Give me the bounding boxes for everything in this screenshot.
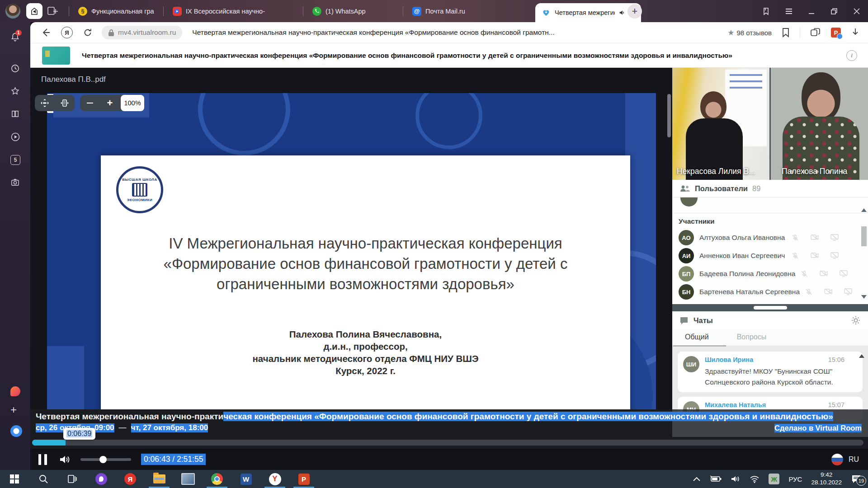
rail-add-icon[interactable]: + xyxy=(10,405,17,414)
task-view-icon[interactable] xyxy=(58,470,87,488)
taskbar-word-icon[interactable]: W xyxy=(231,470,260,488)
message-author[interactable]: Михалева Наталья xyxy=(705,401,766,408)
taskbar-this-pc-icon[interactable] xyxy=(174,470,203,488)
screen: § Функциональная грамотн IX Всероссийска… xyxy=(0,0,868,488)
player-language[interactable]: RU xyxy=(831,454,868,465)
taskbar-chrome-icon[interactable] xyxy=(203,470,231,488)
restore-icon[interactable] xyxy=(829,6,839,16)
tray-expand-chevron-icon[interactable] xyxy=(693,476,701,482)
chat-tab-general[interactable]: Общий xyxy=(673,329,726,347)
history-clock-icon[interactable] xyxy=(10,64,20,73)
room-content: Палехова П.В..pdf ВЫСШАЯ ШКОЛА ЭКОНОМИКИ… xyxy=(30,68,868,470)
tab-favicon-rutube xyxy=(173,7,182,16)
scrollbar-thumb[interactable] xyxy=(861,226,867,246)
start-button[interactable] xyxy=(0,470,29,488)
reload-button[interactable] xyxy=(83,28,93,38)
user-row[interactable]: БП Бадеева Полина Леонидовна xyxy=(679,265,850,282)
taskbar-file-explorer-icon[interactable] xyxy=(145,470,174,488)
session-info-overlay: Четвертая межрегиональная научно-практич… xyxy=(30,409,868,437)
alice-assistant-icon[interactable] xyxy=(10,425,22,437)
drweb-antivirus-icon[interactable]: Ж xyxy=(769,474,779,484)
chat-settings-gear-icon[interactable] xyxy=(851,315,861,325)
chat-scroll-up-arrow[interactable] xyxy=(859,354,864,358)
volume-slider[interactable] xyxy=(80,458,131,461)
chat-tab-questions[interactable]: Вопросы xyxy=(726,329,778,346)
tab-separator xyxy=(163,6,164,16)
taskbar-yandex-browser-icon[interactable]: Y xyxy=(260,470,289,488)
browser-toolbar: Я mv4.virtualroom.ru Четвертая межрегион… xyxy=(30,22,868,43)
widget-five[interactable]: 5 xyxy=(10,155,20,165)
seek-bar[interactable] xyxy=(32,440,863,446)
reviews-rating[interactable]: ★ 98 отзывов xyxy=(727,28,772,38)
yandex-search-button[interactable]: Я xyxy=(61,27,73,38)
avatar xyxy=(680,197,698,206)
screen-off-icon xyxy=(830,252,839,259)
info-icon[interactable]: i xyxy=(846,50,857,61)
screenshot-camera-icon[interactable] xyxy=(10,178,20,187)
url-text: mv4.virtualroom.ru xyxy=(118,28,176,37)
downloads-icon[interactable] xyxy=(851,28,860,38)
pdf-page-background: ВЫСШАЯ ШКОЛА ЭКОНОМИКИ IV Межрегиональна… xyxy=(47,93,656,409)
chat-message[interactable]: ШИ Шилова Ирина 15:06 Здравствуйте! МКОУ… xyxy=(678,352,863,392)
new-tab-group-button[interactable] xyxy=(47,5,59,16)
user-row[interactable]: АИ Анненков Иван Сергеевич xyxy=(679,247,850,264)
video-feed-palekhova[interactable]: Палехова Полина xyxy=(771,68,868,180)
tab-functional-literacy[interactable]: § Функциональная грамотн xyxy=(72,0,160,22)
close-window-icon[interactable] xyxy=(852,6,862,16)
wifi-icon[interactable] xyxy=(750,475,760,483)
action-center-icon[interactable]: 19 xyxy=(851,474,862,484)
audio-tab-indicator[interactable] xyxy=(26,3,42,19)
sidebar-panels-icon[interactable] xyxy=(761,6,771,16)
back-button[interactable] xyxy=(40,27,51,38)
scroll-down-arrow[interactable] xyxy=(861,295,867,299)
minimize-icon[interactable] xyxy=(807,6,816,16)
resizer-handle[interactable] xyxy=(754,306,787,310)
menu-icon[interactable] xyxy=(784,6,794,16)
bookmark-flag-icon[interactable] xyxy=(782,28,790,38)
user-row[interactable]: БН Бартенева Наталья Сергеевна xyxy=(679,283,850,300)
presentation-extension-icon[interactable]: P xyxy=(831,28,841,38)
pan-tool-button[interactable] xyxy=(35,95,55,111)
tab-mailru[interactable]: @ Почта Mail.ru xyxy=(406,0,535,22)
user-row[interactable]: АО Алтухова Ольга Ивановна xyxy=(679,229,850,246)
profile-avatar[interactable] xyxy=(5,4,20,19)
session-title: Четвертая межрегиональная научно-практич… xyxy=(36,412,862,422)
taskbar-yandex-start-icon[interactable]: Я xyxy=(116,470,145,488)
camera-off-icon xyxy=(824,288,832,295)
video-feed-nekrasova[interactable]: Некрасова Лилия В... xyxy=(672,68,769,180)
chat-icon xyxy=(679,316,689,325)
video-play-icon[interactable] xyxy=(10,132,20,142)
pdf-scrollbar-thumb[interactable] xyxy=(667,94,671,137)
users-scrollbar[interactable] xyxy=(861,197,867,304)
tab-audio-icon[interactable] xyxy=(619,9,625,16)
zoom-level[interactable]: 100% xyxy=(121,95,144,111)
tray-volume-icon[interactable] xyxy=(731,475,741,483)
tab-whatsapp[interactable]: (1) WhatsApp xyxy=(306,0,400,22)
fit-width-button[interactable] xyxy=(55,95,75,111)
hse-logo: ВЫСШАЯ ШКОЛА ЭКОНОМИКИ xyxy=(116,166,163,213)
taskbar-clock[interactable]: 9:42 28.10.2022 xyxy=(811,471,842,487)
reader-book-icon[interactable] xyxy=(10,109,20,118)
language-indicator[interactable]: РУС xyxy=(788,475,802,483)
taskbar-search-icon[interactable] xyxy=(29,470,58,488)
window-controls xyxy=(761,0,862,22)
message-author[interactable]: Шилова Ирина xyxy=(705,356,753,363)
scroll-up-arrow[interactable] xyxy=(861,208,867,212)
tab-conference-rutube[interactable]: IX Всероссийская научно- xyxy=(166,0,300,22)
taskbar-powerpoint-icon[interactable]: P xyxy=(289,470,318,488)
pause-button[interactable] xyxy=(38,454,47,465)
notifications-bell-icon[interactable]: 1 xyxy=(10,32,20,42)
taskbar-alice-icon[interactable] xyxy=(87,470,116,488)
new-tab-button[interactable]: + xyxy=(627,4,642,19)
volume-button[interactable] xyxy=(59,454,71,465)
zoom-in-button[interactable]: + xyxy=(100,95,120,111)
address-bar[interactable]: mv4.virtualroom.ru xyxy=(102,26,182,39)
zoom-out-button[interactable] xyxy=(80,95,100,111)
tab-virtualroom-active[interactable]: Четвертая межрегио... xyxy=(535,3,641,22)
favorites-star-icon[interactable] xyxy=(10,86,20,96)
battery-icon[interactable] xyxy=(710,475,722,483)
collections-icon[interactable] xyxy=(810,28,821,38)
panel-resizer[interactable] xyxy=(672,304,868,311)
music-service-icon[interactable] xyxy=(10,386,20,396)
volume-knob[interactable] xyxy=(99,456,107,463)
